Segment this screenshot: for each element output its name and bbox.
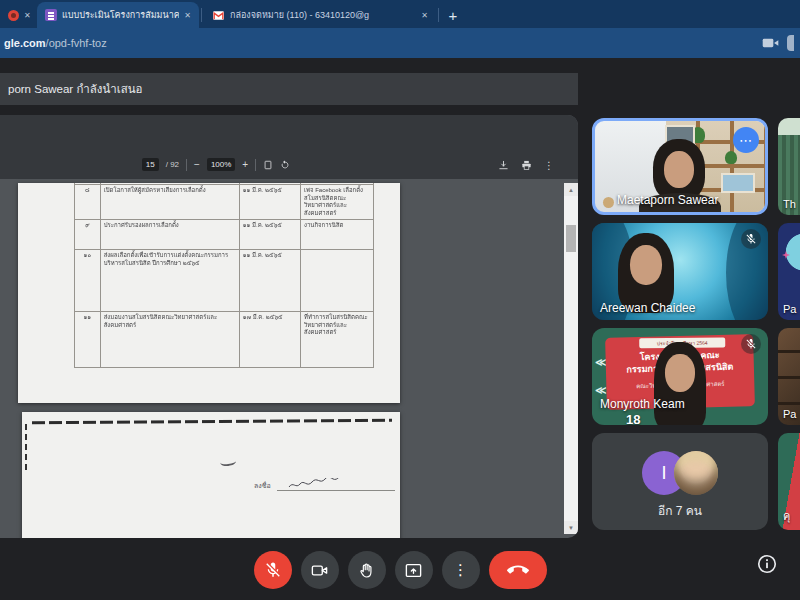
person-face xyxy=(664,151,694,188)
more-vert-icon: ⋮ xyxy=(453,565,468,575)
print-icon[interactable] xyxy=(521,160,532,171)
present-to-all-icon xyxy=(404,561,423,580)
pdf-page-input[interactable]: 15 xyxy=(142,158,159,171)
pdf-page-total: / 92 xyxy=(166,160,179,169)
participant-name: Maetaporn Sawear xyxy=(617,193,718,207)
participant-name: คุ xyxy=(783,507,790,525)
tab-2-evaluation-form[interactable]: แบบประเมินโครงการสัมมนาคณะกรรมก ✕ xyxy=(37,2,199,28)
camera-in-use-icon[interactable] xyxy=(762,37,779,49)
tab-title: กล่องจดหมาย (110) - 63410120@g xyxy=(230,8,416,22)
url-text[interactable]: gle.com/opd-fvhf-toz xyxy=(4,37,107,49)
record-dot-favicon-icon xyxy=(8,10,19,21)
info-icon xyxy=(756,553,778,575)
meet-control-bar: ⋮ xyxy=(0,540,800,600)
participant-name: Monyroth Keam xyxy=(600,397,685,411)
meeting-details-button[interactable] xyxy=(756,553,778,575)
end-call-button[interactable] xyxy=(489,551,547,589)
raise-hand-icon xyxy=(357,561,376,580)
table-row: ๑๑ ส่งมอบงานสโมสรนิสิตคณะวิทยาศาสตร์และส… xyxy=(75,312,374,368)
more-options-button[interactable]: ⋮ xyxy=(442,551,480,589)
scanned-activity-table: ๘ เปิดโอกาสให้ผู้สมัครหาเสียงการเลือกตั้… xyxy=(74,183,374,368)
pin-badge-icon xyxy=(603,197,614,208)
scroll-down-icon[interactable]: ▼ xyxy=(564,521,578,534)
avatar-photo xyxy=(674,451,718,495)
pdf-zoom-level[interactable]: 100% xyxy=(207,158,235,171)
presenting-banner-text: porn Sawear กำลังนำเสนอ xyxy=(8,80,143,98)
fit-page-icon[interactable] xyxy=(263,160,273,170)
call-end-icon xyxy=(507,559,529,581)
handwriting-scribble xyxy=(281,478,391,490)
gmail-favicon-icon xyxy=(212,9,225,22)
star-decoration xyxy=(782,251,790,259)
pdf-page-15: ๘ เปิดโอกาสให้ผู้สมัครหาเสียงการเลือกตั้… xyxy=(18,183,400,403)
more-horiz-icon: ⋯ xyxy=(739,133,753,148)
present-screen-button[interactable] xyxy=(395,551,433,589)
url-path: /opd-fvhf-toz xyxy=(46,37,107,49)
pdf-page-16: ลงชื่อ xyxy=(22,412,400,538)
mic-off-icon xyxy=(745,233,757,245)
tab-close-icon[interactable]: ✕ xyxy=(421,11,428,20)
scroll-up-icon[interactable]: ▲ xyxy=(564,183,578,196)
participant-name: Th xyxy=(783,198,796,210)
url-domain: gle.com xyxy=(4,37,46,49)
zoom-in-button[interactable]: + xyxy=(242,159,248,170)
rotate-icon[interactable] xyxy=(280,160,290,170)
table-row: ๘ เปิดโอกาสให้ผู้สมัครหาเสียงการเลือกตั้… xyxy=(75,185,374,220)
scan-artifact xyxy=(32,419,392,425)
participant-name: Pa xyxy=(783,408,796,420)
picture-frame xyxy=(721,173,755,193)
chevron-decoration: ≪ xyxy=(595,384,607,397)
table-row: ๑๐ ส่งผลเลือกตั้งเพื่อเข้ารับการแต่งตั้ง… xyxy=(75,250,374,312)
google-meet-window: ✕ แบบประเมินโครงการสัมมนาคณะกรรมก ✕ กล่อ… xyxy=(0,0,800,600)
participant-name: Pa xyxy=(783,303,796,315)
scrollbar-thumb[interactable] xyxy=(566,225,576,252)
avatar-initial: I xyxy=(661,463,666,484)
extension-icon[interactable] xyxy=(787,35,794,51)
google-forms-favicon-icon xyxy=(45,9,57,21)
person-face xyxy=(665,354,695,392)
mic-muted-badge xyxy=(741,334,761,354)
toolbar-divider xyxy=(186,159,187,171)
signature-line: ลงชื่อ xyxy=(254,478,395,491)
browser-tab-strip: ✕ แบบประเมินโครงการสัมมนาคณะกรรมก ✕ กล่อ… xyxy=(0,0,800,28)
handwritten-mark xyxy=(220,457,237,467)
download-icon[interactable] xyxy=(498,160,509,171)
camera-button[interactable] xyxy=(301,551,339,589)
participant-tile-partial-ku[interactable]: คุ xyxy=(778,433,800,530)
pdf-scrollbar[interactable]: ▲ ▼ xyxy=(564,183,578,534)
zoom-out-button[interactable]: − xyxy=(194,159,200,170)
slide-page-number: 18 xyxy=(626,412,640,425)
scan-artifact xyxy=(25,424,27,470)
new-tab-button[interactable]: + xyxy=(441,3,465,27)
raise-hand-button[interactable] xyxy=(348,551,386,589)
tab-separator xyxy=(438,8,439,22)
participant-tile-partial-pa1[interactable]: Pa xyxy=(778,223,800,320)
signature-label: ลงชื่อ xyxy=(254,480,271,491)
participant-tile-partial-pa2[interactable]: Pa xyxy=(778,328,800,425)
address-bar[interactable]: gle.com/opd-fvhf-toz xyxy=(0,28,800,58)
toolbar-divider xyxy=(255,159,256,171)
mic-muted-badge xyxy=(741,229,761,249)
tab-title: แบบประเมินโครงการสัมมนาคณะกรรมก xyxy=(62,8,179,22)
participant-tile-maetaporn[interactable]: ⋯ Maetaporn Sawear xyxy=(592,118,768,215)
tile-options-button[interactable]: ⋯ xyxy=(733,127,759,153)
more-participants-label: อีก 7 คน xyxy=(592,501,768,520)
mic-mute-button[interactable] xyxy=(254,551,292,589)
plant-decoration xyxy=(725,151,737,164)
participant-tile-monyroth[interactable]: ≪ ≪ ประจำปีการศึกษา 2564 โครงการพัฒนาคณะ… xyxy=(592,328,768,425)
tab-close-icon[interactable]: ✕ xyxy=(24,11,31,20)
participant-name: Areewan Chaidee xyxy=(600,301,695,315)
tab-close-icon[interactable]: ✕ xyxy=(184,11,191,20)
shared-screen-pdf-viewer[interactable]: 15 / 92 − 100% + xyxy=(0,115,578,538)
tab-3-gmail-inbox[interactable]: กล่องจดหมาย (110) - 63410120@g ✕ xyxy=(204,2,436,28)
person-face xyxy=(630,245,662,285)
tab-1-partial[interactable]: ✕ xyxy=(0,2,37,28)
participant-tile-areewan[interactable]: Areewan Chaidee xyxy=(592,223,768,320)
pdf-toolbar: 15 / 92 − 100% + xyxy=(0,115,578,179)
signature-underline xyxy=(277,478,395,491)
presenting-banner: porn Sawear กำลังนำเสนอ xyxy=(0,73,578,105)
participant-tile-overflow[interactable]: I อีก 7 คน xyxy=(592,433,768,530)
pdf-more-options-icon[interactable]: ⋮ xyxy=(544,160,554,171)
participant-tile-partial-th[interactable]: Th xyxy=(778,118,800,215)
videocam-icon xyxy=(310,561,329,580)
